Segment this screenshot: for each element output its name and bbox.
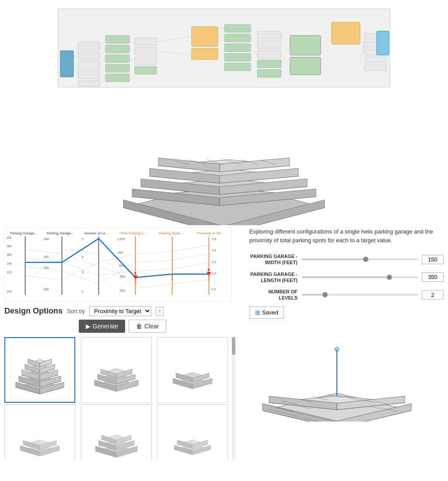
svg-rect-27 — [257, 70, 281, 77]
svg-text:260: 260 — [44, 288, 49, 291]
levels-param-row: NUMBER OF LEVELS 2 — [249, 289, 444, 301]
svg-rect-22 — [224, 63, 251, 71]
design-card-5[interactable] — [81, 404, 152, 460]
svg-rect-29 — [290, 57, 321, 75]
levels-slider[interactable] — [302, 294, 418, 296]
trash-icon: 🗑 — [136, 323, 142, 330]
sort-ascending-button[interactable]: ↑ — [156, 307, 164, 316]
svg-rect-36 — [377, 31, 389, 55]
svg-rect-35 — [364, 65, 386, 71]
svg-rect-19 — [224, 34, 251, 42]
svg-rect-3 — [78, 52, 100, 59]
svg-text:4: 4 — [82, 255, 84, 258]
plus-icon: ⊞ — [255, 309, 260, 316]
svg-text:300: 300 — [44, 255, 49, 258]
svg-rect-12 — [135, 38, 157, 45]
svg-rect-30 — [332, 22, 360, 44]
node-graph-area — [58, 9, 390, 87]
length-param-label: PARKING GARAGE -LENGTH (FEET) — [249, 271, 298, 284]
svg-rect-16 — [192, 27, 218, 46]
svg-rect-9 — [105, 55, 130, 63]
levels-param-label: NUMBER OF LEVELS — [249, 289, 298, 301]
right-description: Exploring different configurations of a … — [249, 227, 444, 244]
svg-text:Number of Le...: Number of Le... — [84, 231, 108, 235]
design-grid-container — [4, 337, 235, 460]
design-card-2[interactable] — [81, 337, 152, 403]
svg-rect-20 — [224, 44, 251, 52]
svg-rect-8 — [105, 45, 130, 53]
design-card-3[interactable] — [157, 337, 228, 403]
svg-text:2: 2 — [82, 290, 84, 293]
svg-rect-28 — [290, 35, 321, 55]
svg-text:0.0: 0.0 — [212, 272, 216, 275]
design-options-header: Design Options Sort by Proximity to Targ… — [4, 306, 241, 316]
svg-rect-26 — [257, 60, 281, 68]
design-card-4[interactable] — [4, 404, 75, 460]
svg-text:▼: ▼ — [207, 268, 211, 272]
svg-text:▼: ▼ — [133, 271, 137, 275]
design-card-6[interactable] — [157, 404, 228, 460]
svg-text:Parking Garage...: Parking Garage... — [47, 231, 74, 235]
design-grid — [4, 337, 232, 460]
svg-rect-34 — [364, 57, 386, 63]
svg-rect-6 — [78, 80, 100, 87]
svg-rect-21 — [224, 53, 251, 61]
svg-text:5: 5 — [82, 237, 84, 240]
svg-rect-14 — [135, 57, 157, 65]
svg-text:3: 3 — [82, 271, 84, 274]
left-panel: Parking Garage... Parking Garage... Numb… — [4, 227, 241, 460]
svg-rect-17 — [192, 49, 218, 59]
svg-text:340: 340 — [44, 237, 49, 240]
svg-text:1,000: 1,000 — [117, 237, 125, 240]
design-options-title: Design Options — [4, 307, 63, 316]
scrollbar-track — [232, 337, 235, 460]
clear-label: Clear — [144, 323, 159, 330]
width-param-value: 150 — [422, 255, 444, 264]
right-panel: Exploring different configurations of a … — [241, 227, 444, 460]
right-3d-view — [249, 325, 444, 422]
design-card-1[interactable] — [4, 337, 75, 403]
svg-rect-13 — [135, 47, 157, 55]
generate-icon: ▶ — [86, 323, 91, 330]
svg-rect-11 — [105, 74, 130, 82]
generate-button[interactable]: ▶ Generate — [79, 320, 125, 333]
svg-text:200: 200 — [7, 236, 12, 239]
parallel-chart: Parking Garage... Parking Garage... Numb… — [4, 227, 232, 302]
svg-text:Proximity to Tar...: Proximity to Tar... — [197, 231, 224, 235]
saved-label: Saved — [262, 309, 278, 316]
svg-text:100: 100 — [7, 290, 12, 293]
saved-button[interactable]: ⊞ Saved — [249, 307, 284, 319]
svg-rect-15 — [135, 66, 157, 74]
svg-text:800: 800 — [118, 251, 123, 254]
svg-text:0.2: 0.2 — [212, 261, 216, 264]
svg-rect-25 — [257, 50, 281, 58]
width-slider[interactable] — [302, 258, 418, 260]
parking-3d-main-view — [0, 87, 448, 227]
clear-button[interactable]: 🗑 Clear — [129, 320, 166, 333]
length-slider[interactable] — [302, 276, 418, 278]
svg-rect-18 — [224, 24, 251, 32]
levels-param-value: 2 — [422, 290, 444, 300]
width-param-label: PARKING GARAGE -WIDTH (FEET) — [249, 253, 298, 266]
sort-select[interactable]: Proximity to Target — [89, 306, 151, 316]
svg-text:140: 140 — [7, 262, 12, 265]
svg-rect-4 — [78, 61, 100, 69]
svg-rect-23 — [257, 31, 281, 39]
svg-text:200: 200 — [120, 289, 125, 292]
generate-label: Generate — [93, 323, 118, 330]
svg-text:Parking Garage...: Parking Garage... — [10, 231, 37, 235]
svg-text:Parking Spots ...: Parking Spots ... — [159, 231, 185, 235]
svg-text:-0.2: -0.2 — [210, 288, 216, 291]
svg-text:0.4: 0.4 — [212, 249, 216, 252]
svg-rect-1 — [60, 51, 74, 77]
svg-rect-24 — [257, 41, 281, 49]
svg-text:400: 400 — [120, 275, 125, 278]
length-param-value: 350 — [422, 272, 444, 282]
svg-text:160: 160 — [7, 253, 12, 256]
svg-text:Total Parking S...: Total Parking S... — [120, 231, 147, 235]
length-param-row: PARKING GARAGE -LENGTH (FEET) 350 — [249, 271, 444, 284]
width-param-row: PARKING GARAGE -WIDTH (FEET) 150 — [249, 253, 444, 266]
svg-text:120: 120 — [7, 271, 12, 274]
scrollbar-thumb[interactable] — [232, 337, 235, 355]
params-container: PARKING GARAGE -WIDTH (FEET) 150 PARKING… — [249, 253, 444, 301]
